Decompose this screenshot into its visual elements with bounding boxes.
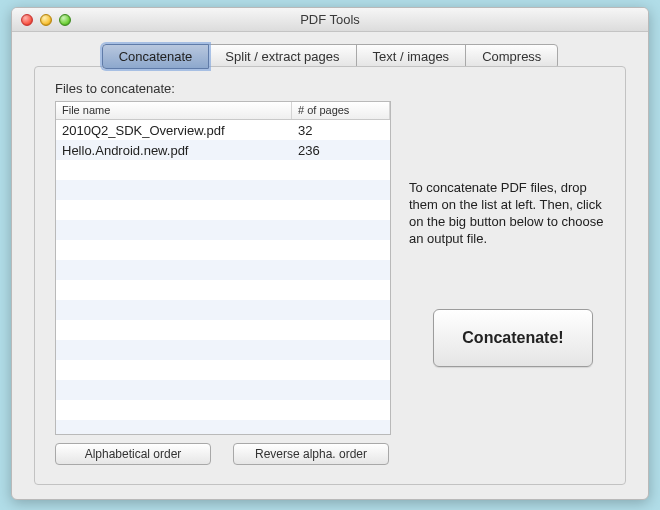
table-row-empty [56, 320, 390, 340]
table-row[interactable]: Hello.Android.new.pdf236 [56, 140, 390, 160]
table-row-empty [56, 420, 390, 435]
table-row-empty [56, 200, 390, 220]
table-row-empty [56, 240, 390, 260]
table-row-empty [56, 400, 390, 420]
titlebar: PDF Tools [12, 8, 648, 32]
table-row-empty [56, 300, 390, 320]
content-frame: Files to concatenate: File name # of pag… [34, 66, 626, 485]
minimize-icon[interactable] [40, 14, 52, 26]
traffic-lights [12, 14, 71, 26]
column-header-pages[interactable]: # of pages [292, 102, 390, 119]
table-row-empty [56, 260, 390, 280]
file-pages-cell: 32 [292, 123, 390, 138]
app-window: PDF Tools ConcatenateSplit / extract pag… [11, 7, 649, 500]
file-name-cell: Hello.Android.new.pdf [56, 143, 292, 158]
alphabetical-order-button[interactable]: Alphabetical order [55, 443, 211, 465]
files-label: Files to concatenate: [55, 81, 175, 96]
files-table[interactable]: File name # of pages 2010Q2_SDK_Overview… [55, 101, 391, 435]
table-header: File name # of pages [56, 102, 390, 120]
table-body: 2010Q2_SDK_Overview.pdf32Hello.Android.n… [56, 120, 390, 435]
table-row-empty [56, 160, 390, 180]
table-row-empty [56, 380, 390, 400]
instructions-text: To concatenate PDF files, drop them on t… [409, 179, 619, 247]
window-title: PDF Tools [12, 12, 648, 27]
table-row-empty [56, 340, 390, 360]
reverse-alpha-order-button[interactable]: Reverse alpha. order [233, 443, 389, 465]
sort-buttons: Alphabetical order Reverse alpha. order [55, 443, 389, 465]
column-header-name[interactable]: File name [56, 102, 292, 119]
table-row-empty [56, 180, 390, 200]
concatenate-button[interactable]: Concatenate! [433, 309, 593, 367]
table-row[interactable]: 2010Q2_SDK_Overview.pdf32 [56, 120, 390, 140]
close-icon[interactable] [21, 14, 33, 26]
table-row-empty [56, 220, 390, 240]
file-pages-cell: 236 [292, 143, 390, 158]
tab-concatenate[interactable]: Concatenate [102, 44, 210, 69]
table-row-empty [56, 280, 390, 300]
zoom-icon[interactable] [59, 14, 71, 26]
table-row-empty [56, 360, 390, 380]
file-name-cell: 2010Q2_SDK_Overview.pdf [56, 123, 292, 138]
